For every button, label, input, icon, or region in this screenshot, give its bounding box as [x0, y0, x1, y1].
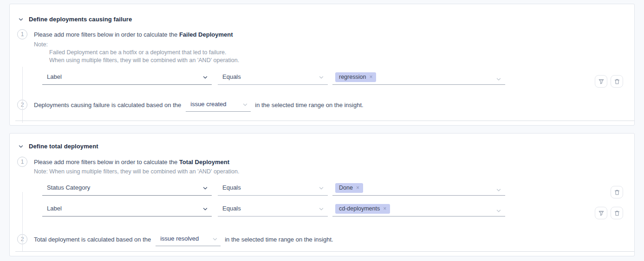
- operator-select[interactable]: Equals: [218, 205, 328, 216]
- step2-text-before: Total deployment is calculated based on …: [34, 236, 151, 243]
- step-instruction-bold: Failed Deployment: [179, 31, 233, 38]
- attribute-select-value: Label: [47, 205, 62, 212]
- tag-pill: cd-deployments ×: [335, 204, 390, 214]
- trash-icon: [614, 210, 620, 216]
- tag-label: cd-deployments: [339, 205, 380, 212]
- value-select[interactable]: cd-deployments ×: [332, 204, 505, 216]
- filter-row: Label Equals regression ×: [42, 72, 623, 85]
- delete-button[interactable]: [611, 75, 623, 88]
- step-instruction-text: Please add more filters below in order t…: [34, 159, 179, 166]
- delete-button[interactable]: [611, 207, 623, 219]
- chevron-down-icon: [496, 208, 501, 214]
- note-line: Note: When using multiple filters, they …: [34, 168, 239, 176]
- filter-button[interactable]: [595, 75, 607, 88]
- attribute-select-value: Label: [47, 73, 62, 80]
- funnel-icon: [598, 210, 605, 216]
- operator-select-value: Equals: [222, 205, 241, 212]
- chevron-down-icon: [319, 75, 324, 80]
- panel-title: Define deployments causing failure: [29, 16, 132, 23]
- step-instruction-bold: Total Deployment: [179, 159, 229, 166]
- row-buttons: [595, 75, 623, 88]
- filter-row: Status Category Equals Done ×: [42, 183, 623, 196]
- step-instruction: Please add more filters below in order t…: [34, 157, 239, 166]
- note-label: Note:: [34, 41, 239, 49]
- calculation-basis-value: issue resolved: [160, 235, 199, 242]
- chevron-down-icon: [496, 76, 501, 82]
- remove-tag-icon[interactable]: ×: [369, 74, 372, 80]
- tag-label: regression: [339, 74, 366, 80]
- step2-text-after: in the selected time range on the insigh…: [225, 236, 333, 243]
- chevron-down-icon: [212, 236, 218, 242]
- step-number-badge: 1: [17, 29, 27, 39]
- chevron-down-icon: [202, 206, 208, 212]
- step-connector-line: [22, 192, 23, 251]
- trash-icon: [614, 189, 620, 196]
- calculation-basis-value: issue created: [190, 101, 226, 108]
- step-instruction: Please add more filters below in order t…: [34, 29, 239, 38]
- filter-button[interactable]: [595, 207, 607, 219]
- panel-header[interactable]: Define deployments causing failure: [10, 4, 634, 23]
- calculation-basis-select[interactable]: issue resolved: [156, 235, 221, 246]
- chevron-down-icon: [202, 75, 208, 80]
- step2-text-before: Deployments causing failure is calculate…: [34, 102, 181, 108]
- tag-pill: regression ×: [335, 72, 376, 82]
- chevron-down-icon[interactable]: [18, 144, 24, 149]
- tag-pill: Done ×: [335, 183, 363, 193]
- attribute-select[interactable]: Label: [42, 205, 212, 216]
- tag-label: Done: [339, 185, 353, 191]
- value-select[interactable]: Done ×: [332, 183, 505, 196]
- chevron-down-icon: [319, 206, 324, 212]
- note-line: Failed Deployment can be a hotfix or a d…: [34, 49, 239, 57]
- step2-text-after: in the selected time range on the insigh…: [255, 102, 363, 108]
- panel-deployments-causing-failure: Define deployments causing failure 1 Ple…: [9, 4, 635, 126]
- remove-tag-icon[interactable]: ×: [356, 185, 359, 191]
- step-2: 2 Deployments causing failure is calcula…: [10, 98, 634, 112]
- calculation-basis-select[interactable]: issue created: [186, 101, 251, 112]
- operator-select-value: Equals: [222, 184, 241, 191]
- operator-select[interactable]: Equals: [218, 184, 328, 196]
- funnel-icon: [598, 78, 605, 85]
- operator-select[interactable]: Equals: [218, 73, 328, 85]
- note-line: When using multiple filters, they will b…: [34, 57, 239, 64]
- chevron-down-icon: [202, 185, 208, 191]
- step-1: 1 Please add more filters below in order…: [10, 157, 634, 176]
- panel-title: Define total deployment: [29, 143, 98, 150]
- attribute-select[interactable]: Status Category: [42, 184, 212, 196]
- step-connector-line: [22, 67, 23, 123]
- attribute-select[interactable]: Label: [42, 73, 212, 85]
- chevron-down-icon: [496, 187, 501, 193]
- panel-total-deployment: Define total deployment 1 Please add mor…: [9, 133, 635, 256]
- trash-icon: [614, 78, 620, 85]
- filter-row: Label Equals cd-deployments ×: [42, 204, 623, 216]
- remove-tag-icon[interactable]: ×: [383, 206, 386, 211]
- row-buttons: [595, 207, 623, 219]
- step-number-badge: 1: [17, 157, 27, 167]
- step-1: 1 Please add more filters below in order…: [10, 29, 634, 64]
- chevron-down-icon[interactable]: [18, 17, 24, 22]
- value-select[interactable]: regression ×: [332, 72, 505, 85]
- chevron-down-icon: [242, 102, 248, 108]
- step-2: 2 Total deployment is calculated based o…: [10, 232, 634, 246]
- attribute-select-value: Status Category: [47, 184, 90, 191]
- panel-header[interactable]: Define total deployment: [10, 134, 634, 150]
- row-buttons: [611, 186, 623, 198]
- delete-button[interactable]: [611, 186, 623, 198]
- chevron-down-icon: [319, 185, 324, 191]
- step-instruction-text: Please add more filters below in order t…: [34, 31, 179, 38]
- operator-select-value: Equals: [222, 73, 241, 80]
